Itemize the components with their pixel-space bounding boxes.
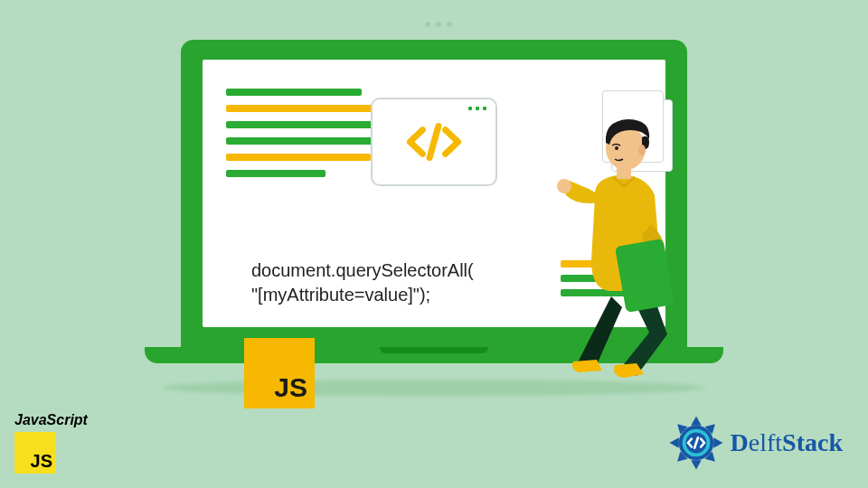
js-badge-small: JS [14, 432, 56, 474]
js-badge-large-text: JS [274, 372, 307, 403]
person-illustration [523, 98, 703, 378]
code-tag-icon [402, 119, 466, 164]
svg-rect-3 [615, 239, 675, 313]
code-snippet: document.querySelectorAll( "[myAttribute… [251, 258, 474, 307]
js-badge-small-text: JS [31, 451, 52, 472]
card-dots [468, 107, 486, 110]
bg-dots-top [425, 22, 452, 27]
js-badge-large: JS [244, 338, 315, 408]
bottom-left-brand: JavaScript JS [14, 412, 88, 474]
code-tag-card [371, 98, 497, 186]
delftstack-emblem-icon [667, 414, 725, 472]
brand-rest: elft [749, 428, 782, 456]
brand-bold: D [731, 428, 749, 456]
delftstack-logo: DelftStack [667, 414, 843, 472]
svg-point-6 [638, 145, 646, 155]
code-line-2: "[myAttribute=value]"); [251, 283, 474, 307]
brand-suffix: Stack [782, 428, 843, 456]
svg-line-0 [429, 127, 439, 158]
code-line-1: document.querySelectorAll( [251, 258, 474, 283]
svg-point-7 [615, 146, 618, 150]
scene: document.querySelectorAll( "[myAttribute… [0, 0, 868, 488]
javascript-label: JavaScript [14, 412, 88, 428]
svg-point-1 [557, 179, 571, 193]
delftstack-text: DelftStack [731, 428, 843, 457]
